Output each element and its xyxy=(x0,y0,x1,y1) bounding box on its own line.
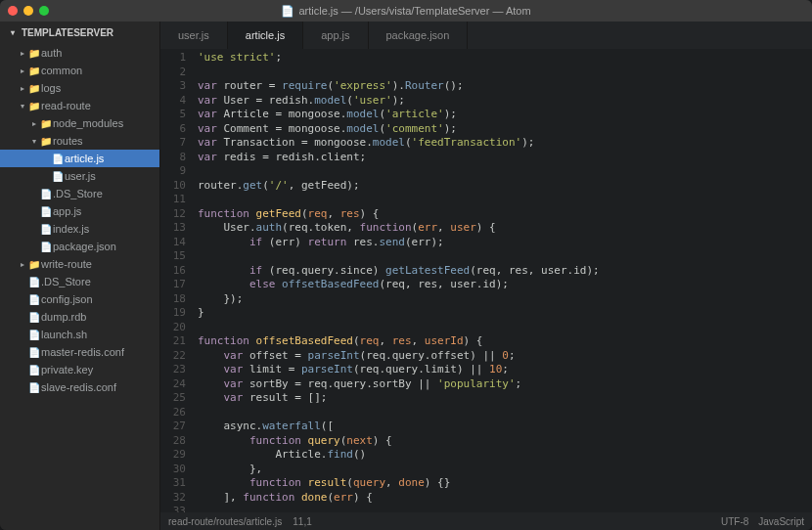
tab[interactable]: package.json xyxy=(369,22,469,49)
tree-file[interactable]: 📄master-redis.conf xyxy=(0,343,159,361)
tree-file[interactable]: 📄index.js xyxy=(0,220,159,238)
code-line[interactable]: Article.find() xyxy=(198,448,812,463)
code-line[interactable]: var offset = parseInt(req.query.offset) … xyxy=(198,349,812,364)
code-line[interactable]: } xyxy=(198,306,812,321)
line-number: 6 xyxy=(160,122,186,137)
code-line[interactable] xyxy=(198,249,812,264)
tab[interactable]: user.js xyxy=(160,22,228,49)
status-bar: read-route/routes/article.js 11,1 UTF-8 … xyxy=(160,512,812,530)
tree-file[interactable]: 📄private.key xyxy=(0,361,159,378)
code-line[interactable]: var Comment = mongoose.model('comment'); xyxy=(198,122,812,137)
zoom-icon[interactable] xyxy=(39,6,49,16)
chevron-down-icon: ▾ xyxy=(8,28,18,37)
code-line[interactable]: }, xyxy=(198,463,812,477)
code-line[interactable]: else offsetBasedFeed(req, res, user.id); xyxy=(198,278,812,292)
tree-folder[interactable]: ▸📁write-route xyxy=(0,255,159,273)
status-cursor[interactable]: 11,1 xyxy=(293,516,311,527)
tree-item-label: .DS_Store xyxy=(41,276,91,287)
tree-folder[interactable]: ▾📁read-route xyxy=(0,97,159,114)
code-line[interactable]: async.waterfall([ xyxy=(198,420,812,434)
titlebar[interactable]: 📄 article.js — /Users/vista/TemplateServ… xyxy=(0,0,812,22)
tree-file[interactable]: 📄launch.sh xyxy=(0,326,159,343)
code-line[interactable]: var sortBy = req.query.sortBy || 'popula… xyxy=(198,377,812,392)
tree-file[interactable]: 📄app.js xyxy=(0,202,159,220)
line-number: 16 xyxy=(160,264,186,279)
line-number: 28 xyxy=(160,434,186,449)
code-line[interactable]: function result(query, done) {} xyxy=(198,476,812,491)
file-icon: 📄 xyxy=(27,277,41,287)
project-title[interactable]: ▾ TEMPLATESERVER xyxy=(0,22,159,44)
code-area[interactable]: 1234567891011121314151617181920212223242… xyxy=(160,49,812,512)
code-line[interactable]: function offsetBasedFeed(req, res, userI… xyxy=(198,334,812,349)
code-line[interactable]: var limit = parseInt(req.query.limit) ||… xyxy=(198,363,812,377)
line-number: 31 xyxy=(160,476,186,491)
code-line[interactable]: if (err) return res.send(err); xyxy=(198,236,812,250)
tree-folder[interactable]: ▸📁common xyxy=(0,62,159,79)
code-line[interactable] xyxy=(198,505,812,512)
tab[interactable]: article.js xyxy=(228,22,303,49)
minimize-icon[interactable] xyxy=(23,6,33,16)
line-number: 20 xyxy=(160,321,186,335)
window-title: 📄 article.js — /Users/vista/TemplateServ… xyxy=(281,5,530,18)
code-line[interactable] xyxy=(198,164,812,179)
code-line[interactable]: var User = redish.model('user'); xyxy=(198,94,812,109)
code-line[interactable]: var result = []; xyxy=(198,391,812,406)
tree-file[interactable]: 📄user.js xyxy=(0,167,159,185)
window-title-text: article.js — /Users/vista/TemplateServer… xyxy=(298,5,530,17)
tree-file[interactable]: 📄slave-redis.conf xyxy=(0,378,159,396)
file-icon: 📄 xyxy=(51,171,65,182)
tab[interactable]: app.js xyxy=(303,22,368,49)
code-line[interactable]: var Article = mongoose.model('article'); xyxy=(198,108,812,122)
code-line[interactable] xyxy=(198,66,812,80)
tree-file[interactable]: 📄.DS_Store xyxy=(0,273,159,290)
folder-icon: 📁 xyxy=(39,136,53,147)
tree-folder[interactable]: ▸📁auth xyxy=(0,44,159,62)
code-line[interactable] xyxy=(198,406,812,420)
tree-file[interactable]: 📄dump.rdb xyxy=(0,308,159,326)
file-icon: 📄 xyxy=(27,382,41,393)
chevron-down-icon: ▾ xyxy=(18,102,27,110)
code-line[interactable]: var redis = redish.client; xyxy=(198,151,812,165)
code-line[interactable]: ], function done(err) { xyxy=(198,491,812,506)
status-encoding[interactable]: UTF-8 xyxy=(721,516,748,527)
code-line[interactable]: var Transaction = mongoose.model('feedTr… xyxy=(198,136,812,151)
code-line[interactable]: if (req.query.since) getLatestFeed(req, … xyxy=(198,264,812,279)
tree-file[interactable]: 📄.DS_Store xyxy=(0,185,159,202)
line-number: 5 xyxy=(160,108,186,122)
code-line[interactable]: router.get('/', getFeed); xyxy=(198,179,812,194)
code-line[interactable]: function getFeed(req, res) { xyxy=(198,207,812,222)
tree-folder[interactable]: ▸📁logs xyxy=(0,79,159,97)
code-line[interactable]: }); xyxy=(198,292,812,307)
status-language[interactable]: JavaScript xyxy=(758,516,804,527)
tree-file[interactable]: 📄package.json xyxy=(0,238,159,255)
status-path[interactable]: read-route/routes/article.js xyxy=(168,516,282,527)
file-icon: 📄 xyxy=(39,224,53,235)
tree-item-label: node_modules xyxy=(53,117,123,129)
code-line[interactable]: 'use strict'; xyxy=(198,51,812,66)
code-line[interactable]: var router = require('express').Router()… xyxy=(198,79,812,94)
line-number: 8 xyxy=(160,151,186,165)
gutter: 1234567891011121314151617181920212223242… xyxy=(160,49,192,512)
status-right: UTF-8 JavaScript xyxy=(721,516,804,527)
tree-item-label: slave-redis.conf xyxy=(41,381,116,393)
line-number: 19 xyxy=(160,306,186,321)
tree-folder[interactable]: ▾📁routes xyxy=(0,132,159,150)
close-icon[interactable] xyxy=(8,6,18,16)
line-number: 24 xyxy=(160,377,186,392)
project-name: TEMPLATESERVER xyxy=(22,27,113,38)
code[interactable]: 'use strict'; var router = require('expr… xyxy=(192,49,812,512)
file-icon: 📄 xyxy=(51,154,65,164)
tree-item-label: package.json xyxy=(53,241,116,252)
tree-file[interactable]: 📄article.js xyxy=(0,150,159,167)
code-line[interactable] xyxy=(198,193,812,207)
file-icon: 📄 xyxy=(27,365,41,375)
line-number: 30 xyxy=(160,463,186,477)
code-line[interactable] xyxy=(198,321,812,335)
tree-folder[interactable]: ▸📁node_modules xyxy=(0,114,159,132)
line-number: 4 xyxy=(160,94,186,109)
code-line[interactable]: function query(next) { xyxy=(198,434,812,449)
tree-file[interactable]: 📄config.json xyxy=(0,290,159,308)
folder-icon: 📁 xyxy=(27,48,41,59)
code-line[interactable]: User.auth(req.token, function(err, user)… xyxy=(198,221,812,236)
sidebar[interactable]: ▾ TEMPLATESERVER ▸📁auth▸📁common▸📁logs▾📁r… xyxy=(0,22,160,530)
